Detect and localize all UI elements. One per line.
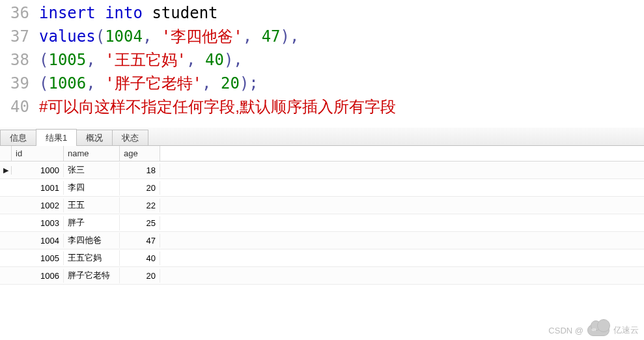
cell-age[interactable]: 20 (120, 269, 160, 283)
cell-id[interactable]: 1003 (12, 216, 64, 230)
code-line[interactable]: 38(1005, '王五它妈', 40), (0, 48, 644, 72)
cell-name[interactable]: 王五它妈 (64, 250, 120, 266)
brand-watermark: 亿速云 (613, 324, 639, 336)
cell-name[interactable]: 李四他爸 (64, 233, 120, 248)
cell-age[interactable]: 47 (120, 234, 160, 248)
cell-name[interactable]: 王五 (64, 197, 120, 213)
column-header-id[interactable]: id (12, 146, 64, 161)
cloud-icon: ∞ (587, 324, 609, 336)
line-number: 37 (0, 25, 39, 48)
cell-age[interactable]: 25 (120, 216, 160, 230)
line-number: 39 (0, 72, 39, 95)
cell-age[interactable]: 22 (120, 199, 160, 212)
cell-name[interactable]: 胖子它老特 (64, 268, 120, 283)
cell-name[interactable]: 胖子 (64, 215, 120, 231)
cell-age[interactable]: 18 (120, 163, 160, 177)
code-line[interactable]: 40#可以向这样不指定任何字段,默认顺序插入所有字段 (0, 95, 644, 119)
cell-id[interactable]: 1006 (12, 269, 64, 283)
cell-id[interactable]: 1002 (12, 199, 64, 212)
code-tokens[interactable]: values(1004, '李四他爸', 47), (39, 25, 299, 48)
cell-name[interactable]: 李四 (64, 180, 120, 195)
code-line[interactable]: 37values(1004, '李四他爸', 47), (0, 25, 644, 48)
cell-name[interactable]: 张三 (64, 162, 120, 178)
code-tokens[interactable]: insert into student (39, 1, 218, 25)
csdn-watermark: CSDN @ (548, 326, 583, 335)
table-row[interactable]: 1002王五22 (0, 197, 644, 214)
table-row[interactable]: 1004李四他爸47 (0, 232, 644, 249)
code-editor[interactable]: 36insert into student37values(1004, '李四他… (0, 0, 644, 124)
table-row[interactable]: 1003胖子25 (0, 214, 644, 232)
cell-age[interactable]: 20 (120, 181, 160, 195)
cell-id[interactable]: 1000 (12, 163, 64, 177)
table-row[interactable]: 1005王五它妈40 (0, 249, 644, 267)
line-number: 38 (0, 48, 39, 72)
tab-结果1[interactable]: 结果1 (36, 129, 77, 146)
line-number: 40 (0, 95, 39, 119)
grid-header-row: idnameage (0, 146, 644, 162)
current-row-marker-icon: ▶ (3, 166, 8, 175)
line-number: 36 (0, 1, 39, 25)
code-line[interactable]: 39(1006, '胖子它老特', 20); (0, 72, 644, 95)
table-row[interactable]: 1006胖子它老特20 (0, 267, 644, 285)
cell-age[interactable]: 40 (120, 251, 160, 265)
tab-概况[interactable]: 概况 (76, 130, 113, 145)
cell-id[interactable]: 1004 (12, 234, 64, 248)
table-row[interactable]: ▶1000张三18 (0, 162, 644, 179)
code-tokens[interactable]: (1006, '胖子它老特', 20); (39, 72, 259, 95)
code-line[interactable]: 36insert into student (0, 1, 644, 25)
watermark: CSDN @ ∞ 亿速云 (548, 324, 639, 336)
code-tokens[interactable]: (1005, '王五它妈', 40), (39, 48, 243, 72)
result-tabs: 信息结果1概况状态 (0, 128, 644, 146)
row-gutter: ▶ (0, 166, 12, 175)
tab-信息[interactable]: 信息 (0, 130, 36, 145)
tab-状态[interactable]: 状态 (112, 130, 148, 145)
cell-id[interactable]: 1001 (12, 181, 64, 195)
table-row[interactable]: 1001李四20 (0, 179, 644, 197)
column-header-age[interactable]: age (120, 146, 160, 161)
row-gutter-header (0, 146, 12, 161)
code-tokens[interactable]: #可以向这样不指定任何字段,默认顺序插入所有字段 (39, 95, 396, 119)
result-grid[interactable]: idnameage▶1000张三181001李四201002王五221003胖子… (0, 146, 644, 285)
column-header-name[interactable]: name (64, 146, 120, 161)
cell-id[interactable]: 1005 (12, 251, 64, 265)
